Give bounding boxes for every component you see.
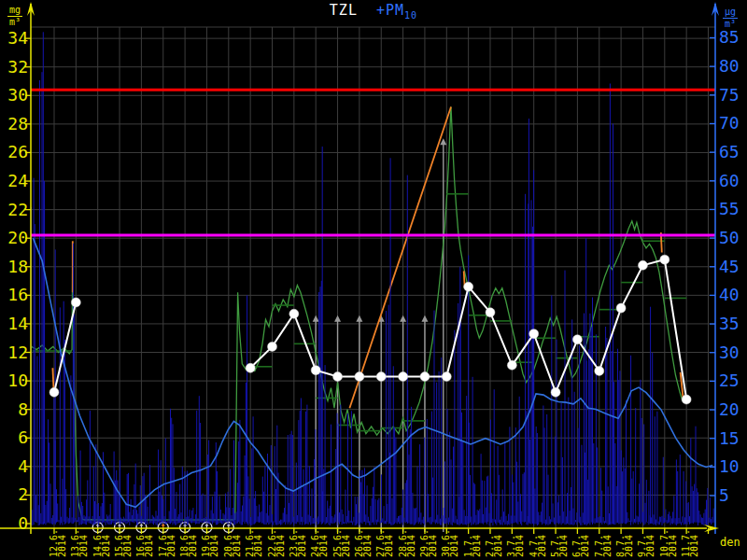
date-year-label: 2014 <box>253 535 263 557</box>
tzl-point-marker <box>595 366 604 375</box>
date-year-label: 2014 <box>580 535 590 557</box>
date-year-label: 2014 <box>537 535 547 557</box>
interpolation-line <box>349 107 451 409</box>
right-axis-tick-label: 55 <box>719 199 740 218</box>
tzl-point-marker <box>311 366 320 375</box>
left-axis-tick-label: 2 <box>18 484 28 504</box>
date-year-label: 2014 <box>297 535 307 557</box>
date-year-label: 2014 <box>101 535 111 557</box>
tzl-point-marker <box>246 363 255 372</box>
left-axis-tick-label: 4 <box>18 456 28 476</box>
right-axis-tick-label: 60 <box>719 171 740 190</box>
right-axis-tick-label: 35 <box>719 314 740 333</box>
left-axis-tick-label: 6 <box>18 427 28 447</box>
left-axis-tick-label: 16 <box>7 285 28 304</box>
date-year-label: 2014 <box>275 535 286 557</box>
date-year-label: 2014 <box>166 535 176 557</box>
left-axis-tick-label: 24 <box>7 171 28 190</box>
date-year-label: 2014 <box>362 535 373 557</box>
tzl-point-marker <box>442 372 451 382</box>
left-axis-tick-label: 28 <box>7 114 28 133</box>
tzl-point-marker <box>529 329 539 339</box>
up-arrow-flag-head-icon <box>421 315 428 322</box>
date-year-label: 2014 <box>472 535 482 557</box>
date-year-label: 2014 <box>406 535 416 557</box>
tzl-point-marker <box>464 282 473 291</box>
date-year-label: 2014 <box>144 535 154 557</box>
left-axis-tick-label: 34 <box>7 28 28 48</box>
right-axis-tick-label: 15 <box>719 428 740 448</box>
tzl-point-marker <box>682 395 691 404</box>
left-axis-tick-label: 26 <box>7 142 28 161</box>
date-year-label: 2014 <box>232 535 242 557</box>
date-year-label: 2014 <box>57 535 67 557</box>
right-axis-tick-label: 75 <box>719 85 740 105</box>
date-year-label: 2014 <box>209 535 219 557</box>
left-axis-tick-label: 32 <box>7 57 28 77</box>
tzl-point-marker <box>355 372 364 382</box>
right-axis-tick-label: 30 <box>719 343 740 362</box>
right-axis-tick-label: 40 <box>719 285 740 304</box>
monitoring-chart-screen: TZL +PM10 mg m³ µg m³ den 34323028262422… <box>0 0 747 560</box>
tzl-point-marker <box>399 372 408 382</box>
left-axis-tick-label: 10 <box>7 371 28 390</box>
pm10-raw-series <box>32 32 714 525</box>
date-year-label: 2014 <box>514 535 525 557</box>
tzl-point-marker <box>333 372 343 382</box>
right-axis-tick-label: 45 <box>719 257 740 276</box>
up-arrow-flag-head-icon <box>400 315 406 322</box>
interpolation-line <box>52 368 53 389</box>
right-axis-tick-label: 50 <box>719 228 740 247</box>
left-axis-tick-label: 8 <box>18 399 28 419</box>
tzl-point-marker <box>49 387 59 397</box>
tzl-point-marker <box>486 308 495 317</box>
chart-plot[interactable]: 3432302826242220181614121086420858075706… <box>0 0 747 560</box>
left-axis-tick-label: 12 <box>7 343 28 362</box>
tzl-point-marker <box>376 372 386 382</box>
left-axis-tick-label: 18 <box>7 257 28 276</box>
left-axis-tick-label: 22 <box>7 200 28 219</box>
left-axis-tick-label: 14 <box>7 314 28 333</box>
right-axis-tick-label: 10 <box>719 456 740 476</box>
date-year-label: 2014 <box>318 535 329 557</box>
left-axis-tick-label: 0 <box>18 513 28 533</box>
tzl-point-marker <box>638 260 647 270</box>
tzl-point-marker <box>616 303 626 313</box>
tzl-point-marker <box>660 255 669 264</box>
left-axis-tick-label: 30 <box>7 85 28 105</box>
date-year-label: 2014 <box>645 535 655 557</box>
date-year-label: 2014 <box>122 535 133 557</box>
up-arrow-flag-head-icon <box>356 315 362 322</box>
date-year-label: 2014 <box>188 535 198 557</box>
tzl-point-marker <box>71 298 80 307</box>
date-year-label: 2014 <box>78 535 89 557</box>
tzl-point-marker <box>420 372 430 382</box>
right-axis-tick-label: 20 <box>719 399 740 419</box>
date-year-label: 2014 <box>689 535 699 557</box>
date-year-label: 2014 <box>384 535 394 557</box>
tzl-point-marker <box>268 342 277 351</box>
tzl-point-marker <box>289 309 299 318</box>
tzl-point-marker <box>572 335 582 344</box>
up-arrow-flag-head-icon <box>334 315 341 322</box>
date-year-label: 2014 <box>428 535 438 557</box>
date-year-label: 2014 <box>602 535 613 557</box>
tzl-continuous-line <box>32 107 683 521</box>
left-axis-tick-label: 20 <box>7 228 28 247</box>
tall-up-arrow-flag-head-icon <box>440 138 446 145</box>
right-axis-tick-label: 70 <box>719 113 740 133</box>
right-axis-tick-label: 85 <box>719 27 740 47</box>
date-year-label: 2014 <box>668 535 678 557</box>
date-year-label: 2014 <box>449 535 459 557</box>
right-axis-tick-label: 25 <box>719 371 740 390</box>
date-year-label: 2014 <box>558 535 569 557</box>
date-year-label: 2014 <box>341 535 351 557</box>
right-axis-tick-label: 80 <box>719 56 740 76</box>
right-axis-tick-label: 5 <box>719 485 729 505</box>
date-year-label: 2014 <box>493 535 503 557</box>
right-axis-tick-label: 65 <box>719 142 740 161</box>
tzl-point-marker <box>507 360 516 370</box>
tzl-point-marker <box>551 387 560 397</box>
date-year-label: 2014 <box>624 535 634 557</box>
up-arrow-flag-head-icon <box>313 315 319 322</box>
